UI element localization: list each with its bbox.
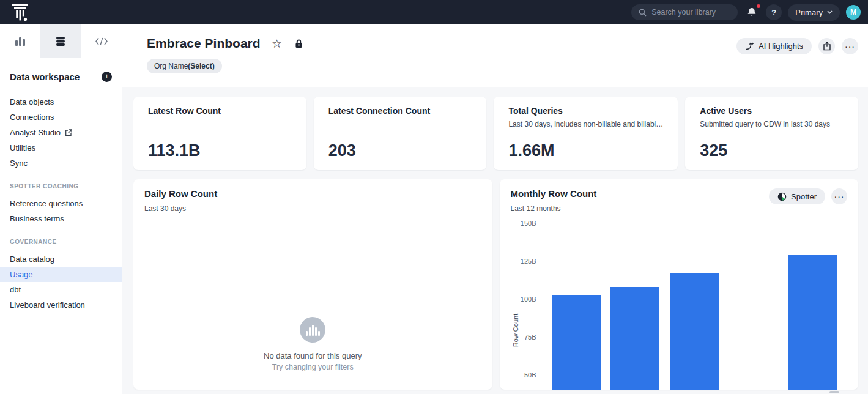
ellipsis-icon: ··· bbox=[834, 191, 845, 201]
favorite-button[interactable]: ☆ bbox=[269, 35, 285, 51]
share-icon bbox=[823, 42, 831, 51]
bar-month-2[interactable] bbox=[610, 287, 659, 390]
kpi-card-latest-row-count[interactable]: Latest Row Count 113.1B bbox=[133, 97, 306, 170]
workspace-title: Data workspace bbox=[10, 72, 80, 82]
kpi-card-active-users[interactable]: Active Users Submitted query to CDW in l… bbox=[685, 97, 858, 170]
kpi-title: Total Queries bbox=[508, 106, 663, 116]
liveboard-content: Latest Row Count 113.1B Latest Connectio… bbox=[122, 87, 868, 394]
kpi-card-latest-connection-count[interactable]: Latest Connection Count 203 bbox=[314, 97, 487, 170]
more-options-button[interactable]: ··· bbox=[842, 38, 858, 54]
empty-state: No data found for this query Try changin… bbox=[133, 317, 492, 371]
sidebar-item-data-objects[interactable]: Data objects bbox=[0, 94, 122, 110]
y-axis-tick: 100B bbox=[502, 296, 536, 303]
ai-highlights-button[interactable]: AI Highlights bbox=[736, 38, 812, 54]
main-area: Embrace Pinboard ☆ Org N bbox=[122, 24, 868, 394]
org-switcher-button[interactable]: Primary bbox=[788, 4, 840, 21]
y-axis-label: Row Count bbox=[512, 309, 521, 352]
external-link-icon bbox=[65, 129, 72, 136]
help-button[interactable]: ? bbox=[766, 4, 782, 20]
kpi-title: Active Users bbox=[700, 106, 844, 116]
sidebar-item-label: Utilities bbox=[10, 143, 35, 152]
sidebar-item-data-catalog[interactable]: Data catalog bbox=[0, 251, 122, 267]
chevron-down-icon bbox=[827, 10, 833, 14]
monthly-row-count-card[interactable]: Monthly Row Count Last 12 months bbox=[500, 179, 859, 390]
sidebar-item-label: Data catalog bbox=[10, 255, 54, 264]
spotter-logo-icon bbox=[777, 192, 787, 201]
sidebar-item-label: Usage bbox=[10, 270, 33, 279]
kpi-value: 113.1B bbox=[148, 141, 292, 160]
sidebar-item-sync[interactable]: Sync bbox=[0, 155, 122, 171]
chart-row: Daily Row Count Last 30 days No data fou… bbox=[133, 179, 858, 390]
add-button[interactable]: + bbox=[102, 72, 112, 82]
database-icon bbox=[56, 36, 65, 46]
sidebar-item-connections[interactable]: Connections bbox=[0, 110, 122, 125]
y-axis-tick: 150B bbox=[502, 220, 536, 227]
sidebar-item-label: Connections bbox=[10, 113, 54, 122]
sidebar: Data workspace + Data objects Connection… bbox=[0, 24, 122, 394]
liveboard-header: Embrace Pinboard ☆ Org N bbox=[122, 24, 868, 87]
topbar: Search your library ? Primary M bbox=[0, 0, 868, 24]
bar-month-5[interactable] bbox=[788, 255, 837, 390]
tab-insights[interactable] bbox=[0, 24, 40, 58]
sidebar-item-label: dbt bbox=[10, 285, 21, 294]
kpi-title: Latest Row Count bbox=[148, 106, 292, 116]
card-more-options-button[interactable]: ··· bbox=[831, 188, 847, 204]
spotter-label: Spotter bbox=[791, 192, 817, 201]
kpi-value: 325 bbox=[700, 141, 844, 160]
horizontal-scrollbar-thumb[interactable] bbox=[829, 391, 839, 393]
share-button[interactable] bbox=[818, 38, 835, 54]
chip-text-bold: (Select) bbox=[188, 62, 214, 70]
kpi-value: 1.66M bbox=[508, 141, 663, 160]
sidebar-item-label: Sync bbox=[10, 158, 28, 168]
empty-chart-icon bbox=[300, 317, 325, 343]
y-axis-tick: 125B bbox=[502, 258, 536, 265]
card-subtitle: Last 12 months bbox=[511, 204, 597, 213]
avatar-initial: M bbox=[850, 8, 856, 17]
y-axis-tick: 75B bbox=[502, 333, 536, 341]
library-search-input[interactable]: Search your library bbox=[631, 4, 738, 20]
section-label-spotter-coaching: SPOTTER COACHING bbox=[0, 183, 122, 190]
sidebar-item-liveboard-verification[interactable]: Liveboard verification bbox=[0, 297, 122, 313]
thoughtspot-logo-icon[interactable] bbox=[11, 2, 29, 22]
sidebar-item-utilities[interactable]: Utilities bbox=[0, 140, 122, 155]
notifications-button[interactable] bbox=[744, 4, 760, 20]
sidebar-item-business-terms[interactable]: Business terms bbox=[0, 211, 122, 226]
search-icon bbox=[639, 9, 647, 17]
notification-badge bbox=[755, 3, 762, 9]
card-title: Daily Row Count bbox=[144, 188, 217, 199]
user-avatar[interactable]: M bbox=[846, 5, 861, 20]
spotter-button[interactable]: Spotter bbox=[769, 188, 825, 204]
y-axis-tick: 50B bbox=[502, 371, 536, 379]
kpi-subtitle: Submitted query to CDW in last 30 days bbox=[700, 120, 844, 128]
daily-row-count-card[interactable]: Daily Row Count Last 30 days No data fou… bbox=[133, 179, 492, 390]
kpi-card-total-queries[interactable]: Total Queries Last 30 days, includes non… bbox=[494, 97, 678, 170]
code-icon bbox=[95, 37, 108, 45]
card-title: Monthly Row Count bbox=[511, 188, 597, 199]
sidebar-item-label: Reference questions bbox=[10, 199, 83, 208]
sidebar-item-analyst-studio[interactable]: Analyst Studio bbox=[0, 125, 122, 140]
chip-text: Org Name bbox=[154, 62, 188, 70]
ellipsis-icon: ··· bbox=[845, 42, 855, 51]
permissions-button[interactable] bbox=[291, 35, 307, 51]
empty-state-subtitle: Try changing your filters bbox=[272, 363, 354, 371]
kpi-value: 203 bbox=[328, 141, 472, 160]
sidebar-nav: Data objects Connections Analyst Studio … bbox=[0, 94, 122, 313]
kpi-title: Latest Connection Count bbox=[328, 106, 472, 116]
kpi-row: Latest Row Count 113.1B Latest Connectio… bbox=[133, 97, 858, 170]
sidebar-item-reference-questions[interactable]: Reference questions bbox=[0, 196, 122, 211]
star-icon: ☆ bbox=[272, 38, 282, 50]
sidebar-item-label: Liveboard verification bbox=[10, 300, 85, 310]
page-title: Embrace Pinboard bbox=[147, 36, 261, 51]
sidebar-item-usage[interactable]: Usage bbox=[0, 267, 122, 282]
bar-month-1[interactable] bbox=[552, 295, 601, 390]
sidebar-item-label: Analyst Studio bbox=[10, 128, 61, 137]
bar-chart-icon bbox=[15, 36, 26, 46]
sidebar-item-dbt[interactable]: dbt bbox=[0, 282, 122, 297]
tab-data[interactable] bbox=[40, 24, 81, 58]
sidebar-item-label: Data objects bbox=[10, 97, 54, 106]
tab-developer[interactable] bbox=[81, 24, 122, 58]
ai-highlights-label: AI Highlights bbox=[759, 42, 803, 51]
org-filter-chip[interactable]: Org Name (Select) bbox=[147, 59, 222, 73]
bar-month-3[interactable] bbox=[670, 273, 719, 390]
card-subtitle: Last 30 days bbox=[144, 204, 217, 213]
